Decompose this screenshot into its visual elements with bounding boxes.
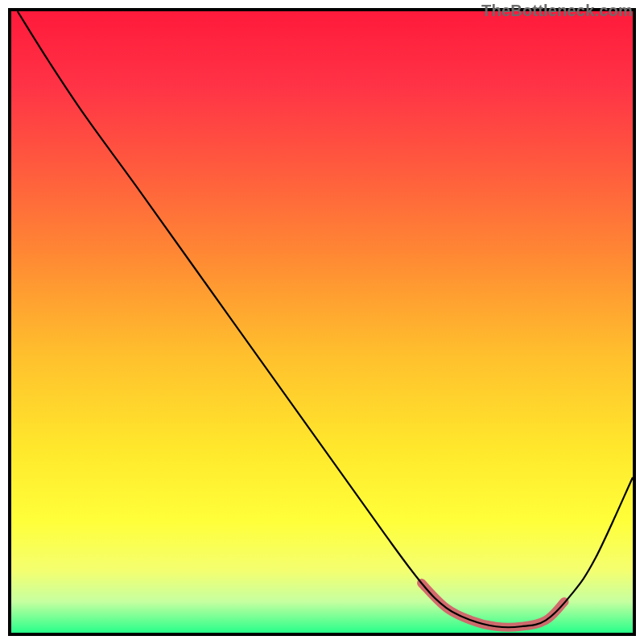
watermark-text: TheBottleneck.com xyxy=(481,2,633,20)
plot-area xyxy=(8,8,636,636)
gradient-background xyxy=(11,11,633,633)
chart-svg xyxy=(11,11,633,633)
chart-container: TheBottleneck.com xyxy=(0,0,644,644)
